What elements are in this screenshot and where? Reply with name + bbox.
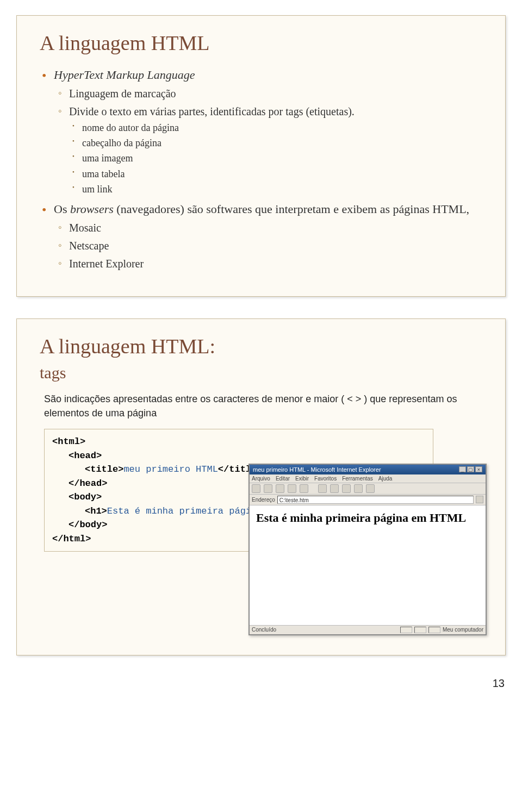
slide-1: A linguagem HTML HyperText Markup Langua… xyxy=(16,15,506,297)
sub-item: Mosaic xyxy=(57,221,482,235)
sub-text: Linguagem de marcação xyxy=(69,88,176,99)
status-right-group: Meu computador xyxy=(400,627,483,633)
sub-list: Linguagem de marcação Divide o texto em … xyxy=(54,86,482,196)
code-line: <head> xyxy=(69,451,102,461)
code-line: </html> xyxy=(52,534,91,544)
status-cell xyxy=(428,627,440,633)
browser-title-text: meu primeiro HTML - Microsoft Internet E… xyxy=(253,466,381,473)
menu-item[interactable]: Favoritos xyxy=(314,476,337,482)
browser-menubar: Arquivo Editar Exibir Favoritos Ferramen… xyxy=(250,474,486,483)
menu-item[interactable]: Editar xyxy=(276,476,290,482)
bullet-text: HyperText Markup Language xyxy=(54,68,195,82)
slide-title: A linguagem HTML: xyxy=(40,334,482,358)
status-right-text: Meu computador xyxy=(443,627,483,633)
sub-sub-text: cabeçalho da página xyxy=(82,138,161,148)
sub-sub-text: nome do autor da página xyxy=(82,122,179,133)
browser-window: meu primeiro HTML - Microsoft Internet E… xyxy=(248,464,487,635)
page-number: 13 xyxy=(0,677,505,690)
sub-text: Mosaic xyxy=(69,222,101,234)
bullet-text-post: (navegadores) são softwares que interpre… xyxy=(114,202,469,216)
menu-item[interactable]: Ajuda xyxy=(378,476,393,482)
sub-text: Netscape xyxy=(69,240,109,252)
status-left: Concluído xyxy=(252,627,276,633)
sub-text: Divide o texto em várias partes, identif… xyxy=(69,105,355,117)
slide-title: A linguagem HTML xyxy=(40,31,482,55)
window-controls: _ ▢ × xyxy=(459,466,482,472)
browser-statusbar: Concluído Meu computador xyxy=(250,625,486,634)
browser-addressbar: Endereço C:\teste.htm xyxy=(250,495,486,505)
sub-item: Linguagem de marcação xyxy=(57,86,482,101)
browser-viewport: Esta é minha primeira página em HTML xyxy=(250,505,486,625)
sub-sub-text: um link xyxy=(82,184,113,195)
status-cell xyxy=(400,627,412,633)
bullet-text-italic: browsers xyxy=(70,202,114,216)
back-icon[interactable] xyxy=(252,484,260,493)
close-icon[interactable]: × xyxy=(475,466,482,472)
home-icon[interactable] xyxy=(300,484,308,493)
refresh-icon[interactable] xyxy=(288,484,296,493)
sub-sub-text: uma tabela xyxy=(82,168,125,179)
sub-sub-item: um link xyxy=(71,183,482,196)
minimize-icon[interactable]: _ xyxy=(459,466,466,472)
page-heading: Esta é minha primeira página em HTML xyxy=(256,511,479,525)
favorites-icon[interactable] xyxy=(330,484,339,493)
code-tag: <h1> xyxy=(85,506,107,516)
menu-item[interactable]: Arquivo xyxy=(252,476,270,482)
bullet-item: HyperText Markup Language Linguagem de m… xyxy=(40,67,482,196)
browser-toolbar xyxy=(250,483,486,495)
address-label: Endereço xyxy=(252,497,275,503)
code-line: </body> xyxy=(69,520,107,530)
bullet-text-pre: Os xyxy=(54,202,70,216)
status-cell xyxy=(414,627,426,633)
mail-icon[interactable] xyxy=(354,484,363,493)
go-icon[interactable] xyxy=(476,496,483,503)
stop-icon[interactable] xyxy=(276,484,284,493)
slide-2: A linguagem HTML: tags São indicações ap… xyxy=(16,318,506,655)
browser-titlebar: meu primeiro HTML - Microsoft Internet E… xyxy=(250,465,486,474)
sub-sub-text: uma imagem xyxy=(82,153,133,164)
sub-text: Internet Explorer xyxy=(69,258,144,270)
menu-item[interactable]: Ferramentas xyxy=(342,476,373,482)
slide-paragraph: São indicações apresentadas entre os car… xyxy=(44,392,482,420)
menu-item[interactable]: Exibir xyxy=(295,476,309,482)
maximize-icon[interactable]: ▢ xyxy=(467,466,474,472)
print-icon[interactable] xyxy=(366,484,375,493)
bullet-item: Os browsers (navegadores) são softwares … xyxy=(40,201,482,271)
slide-subtitle: tags xyxy=(40,364,482,382)
code-text: meu primeiro HTML xyxy=(123,464,217,474)
sub-sub-item: uma imagem xyxy=(71,152,482,165)
search-icon[interactable] xyxy=(318,484,327,493)
address-input[interactable]: C:\teste.htm xyxy=(277,496,474,504)
sub-item: Divide o texto em várias partes, identif… xyxy=(57,104,482,196)
code-line: </head> xyxy=(69,478,107,489)
sub-sub-item: uma tabela xyxy=(71,167,482,180)
code-line: <html> xyxy=(52,436,85,447)
forward-icon[interactable] xyxy=(264,484,272,493)
sub-item: Internet Explorer xyxy=(57,257,482,271)
code-line: <body> xyxy=(69,492,102,502)
sub-sub-item: nome do autor da página xyxy=(71,121,482,134)
sub-list: Mosaic Netscape Internet Explorer xyxy=(54,221,482,271)
sub-item: Netscape xyxy=(57,239,482,253)
bullet-list: HyperText Markup Language Linguagem de m… xyxy=(40,67,482,271)
sub-sub-list: nome do autor da página cabeçalho da pág… xyxy=(69,121,482,196)
sub-sub-item: cabeçalho da página xyxy=(71,136,482,149)
history-icon[interactable] xyxy=(342,484,351,493)
code-tag: <title> xyxy=(85,464,123,474)
